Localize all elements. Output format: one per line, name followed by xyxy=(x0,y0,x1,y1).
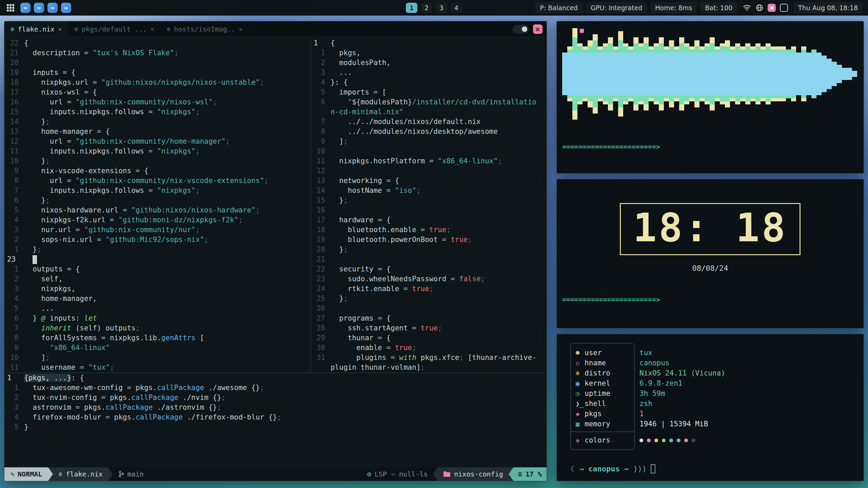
code-line: 19 bluetooth.powerOnBoot = true; xyxy=(311,235,547,245)
tab-close-icon[interactable]: × xyxy=(239,25,242,33)
color-dot xyxy=(639,439,643,442)
visualizer-bar xyxy=(842,68,847,80)
code-line: 8 ../../modules/nixos/desktop/awesome xyxy=(311,127,547,137)
visualizer-bar xyxy=(720,43,725,104)
visualizer-bar xyxy=(633,37,638,110)
branch-icon xyxy=(118,471,124,477)
digital-clock: 18: 18 xyxy=(620,203,801,255)
shell-prompt[interactable]: ☾ → canopus ~ ⟩⟩⟩ xyxy=(562,464,858,476)
fetch-row-uptime: ◷uptime3h 59m xyxy=(570,388,858,399)
code-line: 10 ]; xyxy=(4,353,310,363)
code-line: 22{ xyxy=(4,38,310,48)
clock-date: 08/08/24 xyxy=(692,264,728,272)
pane-flake-nix[interactable]: 22{21 description = "tux's NixOS Flake";… xyxy=(4,38,310,372)
code-line: 15 }; xyxy=(311,196,547,205)
editor-body[interactable]: 22{21 description = "tux's NixOS Flake";… xyxy=(4,37,547,467)
tray-app-icon[interactable] xyxy=(780,4,788,12)
workspace-button-3[interactable]: 3 xyxy=(436,3,447,13)
visualizer-bar xyxy=(623,43,628,104)
code-line: 1 outputs = { xyxy=(4,264,310,274)
file-name: flake.nix xyxy=(66,470,102,478)
app-launcher-icon[interactable] xyxy=(5,3,16,13)
visualizer-bar xyxy=(755,43,761,104)
taskbar-app-icon[interactable]: ≈ xyxy=(61,3,71,13)
code-line: 14 hostName = "iso"; xyxy=(311,186,547,196)
window-close-button[interactable]: × xyxy=(533,24,542,34)
visualizer-window: =======================> Playing: ffee f… xyxy=(556,21,864,174)
audio-visualizer xyxy=(562,28,858,120)
fetch-label: user xyxy=(585,348,629,358)
terminal-cursor xyxy=(651,464,655,473)
code-line: 9 ]; xyxy=(311,137,547,146)
project-name: nixos-config xyxy=(438,467,509,481)
visualizer-bar xyxy=(562,53,567,95)
fetch-value: zsh xyxy=(629,399,652,409)
visualizer-bar xyxy=(669,40,674,107)
visualizer-bar xyxy=(593,34,598,114)
topbar-left: ≈≈≈≈ xyxy=(5,3,71,13)
code-line: 30 enable = true; xyxy=(311,343,547,353)
code-line: 2 modulesPath, xyxy=(311,58,547,68)
tab-close-icon[interactable]: × xyxy=(150,25,154,33)
taskbar-app-icon[interactable]: ≈ xyxy=(34,3,44,13)
visualizer-bar xyxy=(740,46,745,101)
system-fetch: ☻usertux⌂hnamecanopus❄distroNixOS 24.11 … xyxy=(570,348,858,446)
fetch-row-user: ☻usertux xyxy=(570,348,858,358)
screenshot-tool-icon[interactable] xyxy=(768,4,776,12)
visualizer-bar xyxy=(801,46,806,101)
shell-icon: ❯_ xyxy=(570,399,585,409)
wifi-icon[interactable] xyxy=(743,4,751,12)
code-line: 11 inputs.nixpkgs.follows = "nixpkgs"; xyxy=(4,146,310,156)
network-globe-icon[interactable] xyxy=(755,4,764,12)
window-toggle-switch[interactable] xyxy=(513,25,529,34)
code-line: 21 description = "tux's NixOS Flake"; xyxy=(4,48,310,58)
visualizer-bar xyxy=(628,46,633,101)
visualizer-bar xyxy=(776,46,781,101)
editor-tab[interactable]: ❄flake.nix× xyxy=(4,21,68,37)
color-dot xyxy=(692,439,695,442)
code-line: 4 nixpkgs-f2k.url = "github:moni-dz/nixp… xyxy=(4,215,310,225)
terminal-color-dots xyxy=(629,439,695,442)
code-line: 5 imports = [ xyxy=(311,87,547,97)
workspace-button-4[interactable]: 4 xyxy=(451,3,462,13)
nix-snowflake-icon: ❄ xyxy=(74,25,78,33)
visualizer-bar xyxy=(735,43,740,104)
powerline-separator xyxy=(108,467,113,481)
editor-empty-area xyxy=(4,432,547,467)
tab-close-icon[interactable]: × xyxy=(58,25,62,33)
editor-tab[interactable]: ❄pkgs/default ...× xyxy=(68,21,161,37)
code-line: 19 inputs = { xyxy=(4,68,310,78)
visualizer-bar xyxy=(659,37,664,110)
color-dot xyxy=(669,439,673,442)
pane-iso-image[interactable]: 1{1 pkgs,2 modulesPath,3 ...4}: {5 impor… xyxy=(311,38,547,372)
code-line: 5 nixos-hardware.url = "github:nixos/nix… xyxy=(4,205,310,215)
code-line: 24 rtkit.enable = true; xyxy=(311,284,547,294)
workspace-button-2[interactable]: 2 xyxy=(421,3,432,13)
code-line: 23 xyxy=(4,255,310,264)
workspace-switcher: 1234 xyxy=(406,0,462,16)
editor-tab[interactable]: ❄hosts/isoImag..× xyxy=(161,21,249,37)
code-line: 18 bluetooth.enable = true; xyxy=(311,225,547,235)
code-line: 29 thunar = { xyxy=(311,333,547,343)
statusline: ✎ NORMAL ❄ flake.nix main ⚙ LSP ~ null-l… xyxy=(4,467,547,481)
taskbar-app-icon[interactable]: ≈ xyxy=(20,3,31,13)
lsp-status: ⚙ LSP ~ null-ls xyxy=(362,470,433,478)
code-line: 3 astronvim = pkgs.callPackage ./astronv… xyxy=(4,403,547,412)
code-line: 11 nixpkgs.hostPlatform = "x86_64-linux"… xyxy=(311,156,547,166)
visualizer-bar xyxy=(705,43,710,104)
powerline-separator xyxy=(48,467,53,481)
workspace-button-1[interactable]: 1 xyxy=(406,3,417,13)
code-line: 25 }; xyxy=(311,294,547,304)
editor-tabs: ❄flake.nix×❄pkgs/default ...×❄hosts/isoI… xyxy=(4,21,249,37)
gear-icon: ⚙ xyxy=(367,470,371,478)
code-line: 1 pkgs, xyxy=(311,48,547,58)
color-dot xyxy=(684,439,688,442)
editor-cursor xyxy=(33,255,37,264)
taskbar-app-icon[interactable]: ≈ xyxy=(47,3,58,13)
color-dot xyxy=(677,439,680,442)
code-line: 1 tux-awesome-wm-config = pkgs.callPacka… xyxy=(4,383,547,393)
code-line: 11 username = "tux"; xyxy=(4,363,310,372)
code-line: 3 ... xyxy=(311,68,547,78)
git-branch: main xyxy=(113,470,149,478)
pane-pkgs-default[interactable]: 1{pkgs, ...}: {1 tux-awesome-wm-config =… xyxy=(4,373,547,432)
